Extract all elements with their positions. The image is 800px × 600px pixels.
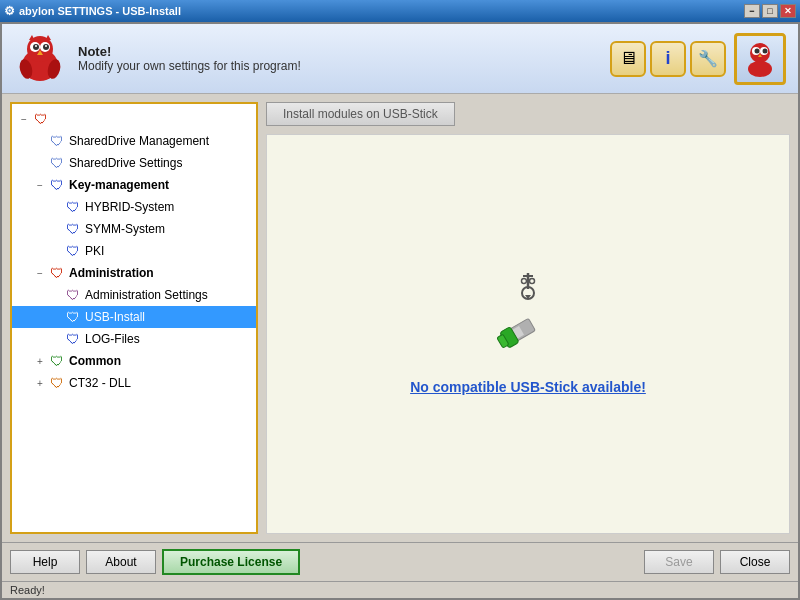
title-bar-icon: ⚙ bbox=[4, 4, 15, 18]
install-btn-row: Install modules on USB-Stick bbox=[266, 102, 790, 126]
expand-icon: + bbox=[32, 378, 48, 389]
tree-item-shareddrive-settings[interactable]: 🛡 SharedDrive Settings bbox=[12, 152, 256, 174]
shield-icon: 🛡 bbox=[64, 330, 82, 348]
support-icon: 🔧 bbox=[698, 49, 718, 68]
header: Note! Modify your own settings for this … bbox=[2, 24, 798, 94]
shield-icon: 🛡 bbox=[48, 176, 66, 194]
status-text: Ready! bbox=[10, 584, 45, 596]
header-note: Note! bbox=[78, 44, 610, 59]
shield-icon: 🛡 bbox=[64, 220, 82, 238]
shield-icon: 🛡 bbox=[64, 242, 82, 260]
item-label: HYBRID-System bbox=[85, 200, 174, 214]
expand-icon: − bbox=[32, 268, 48, 279]
header-text: Note! Modify your own settings for this … bbox=[78, 44, 610, 73]
shield-icon: 🛡 bbox=[48, 374, 66, 392]
shield-icon: 🛡 bbox=[64, 198, 82, 216]
right-panel: Install modules on USB-Stick bbox=[266, 102, 790, 534]
tree-item-shareddrive-management[interactable]: 🛡 SharedDrive Management bbox=[12, 130, 256, 152]
shield-icon: 🛡 bbox=[48, 264, 66, 282]
drive-icon: 🛡 bbox=[48, 154, 66, 172]
usb-display-area: No compatible USB-Stick available! bbox=[266, 134, 790, 534]
header-icons: 🖥 i 🔧 bbox=[610, 33, 786, 85]
tree-item-hybrid-system[interactable]: 🛡 HYBRID-System bbox=[12, 196, 256, 218]
shield-icon: 🛡 bbox=[64, 286, 82, 304]
expand-icon: − bbox=[16, 114, 32, 125]
save-button[interactable]: Save bbox=[644, 550, 714, 574]
svg-point-22 bbox=[522, 279, 527, 284]
help-button[interactable]: Help bbox=[10, 550, 80, 574]
tree-panel[interactable]: − 🛡 🛡 SharedDrive Management 🛡 SharedDri… bbox=[10, 102, 258, 534]
svg-point-16 bbox=[755, 48, 760, 53]
item-label: USB-Install bbox=[85, 310, 145, 324]
status-bar: Ready! bbox=[2, 581, 798, 598]
item-label: PKI bbox=[85, 244, 104, 258]
title-bar-controls: − □ ✕ bbox=[744, 4, 796, 18]
tree-root[interactable]: − 🛡 bbox=[12, 108, 256, 130]
header-subtitle: Modify your own settings for this progra… bbox=[78, 59, 610, 73]
tree-item-symm-system[interactable]: 🛡 SYMM-System bbox=[12, 218, 256, 240]
about-button[interactable]: About bbox=[86, 550, 156, 574]
tree-item-key-management[interactable]: − 🛡 Key-management bbox=[12, 174, 256, 196]
root-shield-icon: 🛡 bbox=[32, 110, 50, 128]
title-bar-text: abylon SETTINGS - USB-Install bbox=[19, 5, 181, 17]
expand-icon: − bbox=[32, 180, 48, 191]
item-label: Common bbox=[69, 354, 121, 368]
monitor-icon-button[interactable]: 🖥 bbox=[610, 41, 646, 77]
tree-item-ct32-dll[interactable]: + 🛡 CT32 - DLL bbox=[12, 372, 256, 394]
minimize-button[interactable]: − bbox=[744, 4, 760, 18]
tree-item-administration[interactable]: − 🛡 Administration bbox=[12, 262, 256, 284]
tree-item-common[interactable]: + 🛡 Common bbox=[12, 350, 256, 372]
tree-item-pki[interactable]: 🛡 PKI bbox=[12, 240, 256, 262]
svg-point-6 bbox=[35, 45, 37, 47]
expand-icon: + bbox=[32, 356, 48, 367]
svg-point-17 bbox=[763, 48, 768, 53]
avatar bbox=[734, 33, 786, 85]
svg-point-7 bbox=[45, 45, 47, 47]
install-modules-button[interactable]: Install modules on USB-Stick bbox=[266, 102, 455, 126]
shield-icon: 🛡 bbox=[48, 352, 66, 370]
close-window-button[interactable]: ✕ bbox=[780, 4, 796, 18]
item-label: CT32 - DLL bbox=[69, 376, 131, 390]
support-icon-button[interactable]: 🔧 bbox=[690, 41, 726, 77]
shield-icon: 🛡 bbox=[64, 308, 82, 326]
item-label: Key-management bbox=[69, 178, 169, 192]
info-icon: i bbox=[665, 48, 670, 69]
drive-icon: 🛡 bbox=[48, 132, 66, 150]
title-bar: ⚙ abylon SETTINGS - USB-Install − □ ✕ bbox=[0, 0, 800, 22]
svg-point-19 bbox=[748, 61, 772, 77]
item-label: LOG-Files bbox=[85, 332, 140, 346]
maximize-button[interactable]: □ bbox=[762, 4, 778, 18]
svg-point-23 bbox=[530, 279, 535, 284]
info-icon-button[interactable]: i bbox=[650, 41, 686, 77]
item-label: SYMM-System bbox=[85, 222, 165, 236]
tree-item-administration-settings[interactable]: 🛡 Administration Settings bbox=[12, 284, 256, 306]
app-logo bbox=[14, 33, 66, 85]
close-button[interactable]: Close bbox=[720, 550, 790, 574]
usb-icon bbox=[488, 273, 568, 363]
main-window: Note! Modify your own settings for this … bbox=[0, 22, 800, 600]
monitor-icon: 🖥 bbox=[619, 48, 637, 69]
bottom-bar: Help About Purchase License Save Close bbox=[2, 542, 798, 581]
item-label: Administration Settings bbox=[85, 288, 208, 302]
tree-item-usb-install[interactable]: 🛡 USB-Install bbox=[12, 306, 256, 328]
purchase-license-button[interactable]: Purchase License bbox=[162, 549, 300, 575]
content-area: − 🛡 🛡 SharedDrive Management 🛡 SharedDri… bbox=[2, 94, 798, 542]
no-usb-text[interactable]: No compatible USB-Stick available! bbox=[410, 379, 646, 395]
item-label: SharedDrive Management bbox=[69, 134, 209, 148]
item-label: Administration bbox=[69, 266, 154, 280]
tree-item-log-files[interactable]: 🛡 LOG-Files bbox=[12, 328, 256, 350]
item-label: SharedDrive Settings bbox=[69, 156, 182, 170]
